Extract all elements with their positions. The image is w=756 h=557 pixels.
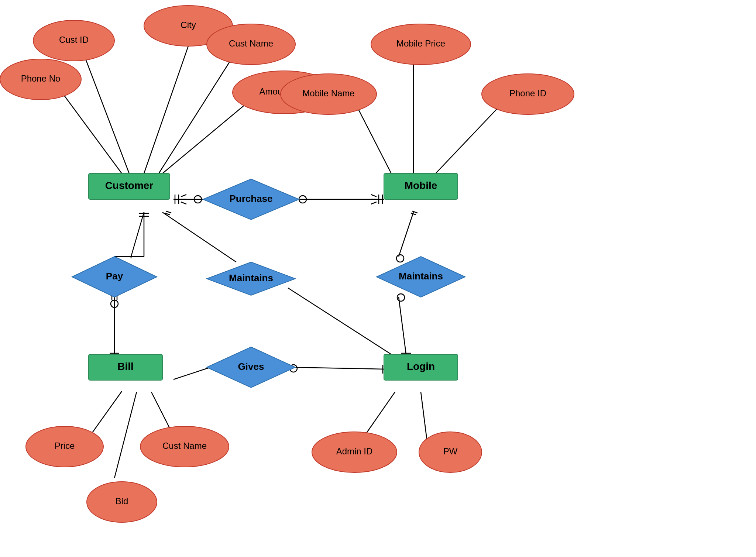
relationship-pay-label: Pay: [106, 271, 123, 282]
cf-m1: [371, 195, 377, 197]
relationship-purchase-label: Purchase: [229, 193, 272, 204]
entity-mobile-label: Mobile: [405, 180, 437, 191]
attribute-cust-name-bill-label: Cust Name: [162, 441, 207, 451]
attribute-mobile-price-label: Mobile Price: [396, 38, 445, 48]
line-maintains-login: [288, 288, 391, 354]
line-mobile-maintains-right: [399, 212, 413, 257]
circle-maint-right-top: [396, 255, 404, 262]
attribute-price-label: Price: [55, 441, 75, 451]
relationship-gives-label: Gives: [238, 361, 264, 372]
line-gives-login: [292, 367, 384, 369]
line-phoneid-mobile: [436, 100, 506, 173]
line-maintains-right-login: [399, 297, 406, 354]
entity-bill-label: Bill: [117, 361, 134, 372]
line-mobilename-mobile: [354, 102, 391, 173]
line-custid-customer: [85, 57, 129, 173]
line-phoneno-customer: [59, 89, 122, 173]
line-amountpaid-customer: [162, 100, 251, 173]
line-custname-customer: [159, 57, 233, 173]
line-c-pay1: [131, 212, 144, 257]
line-customer-maintains: [162, 212, 236, 262]
entity-customer-label: Customer: [105, 180, 154, 191]
tick-cust-maint2: [166, 211, 171, 213]
attribute-bid-label: Bid: [116, 496, 128, 506]
line-city-customer: [144, 46, 188, 173]
attribute-cust-id-label: Cust ID: [59, 35, 89, 45]
attribute-phone-no-label: Phone No: [21, 73, 61, 83]
line-bid-bill: [114, 392, 137, 478]
cf2: [181, 202, 186, 204]
attribute-city-label: City: [181, 20, 196, 30]
attribute-cust-name-label: Cust Name: [229, 38, 273, 48]
cf-m2: [371, 202, 377, 204]
relationship-maintains-left-label: Maintains: [229, 272, 273, 283]
attribute-mobile-name-label: Mobile Name: [302, 88, 354, 98]
entity-login-label: Login: [407, 361, 435, 372]
attribute-pw-label: PW: [443, 446, 458, 456]
cf1: [181, 195, 186, 197]
attribute-phone-id-label: Phone ID: [509, 88, 546, 98]
attribute-admin-id-label: Admin ID: [336, 446, 373, 456]
line-bill-gives: [173, 367, 210, 379]
relationship-maintains-right-label: Maintains: [399, 271, 443, 282]
